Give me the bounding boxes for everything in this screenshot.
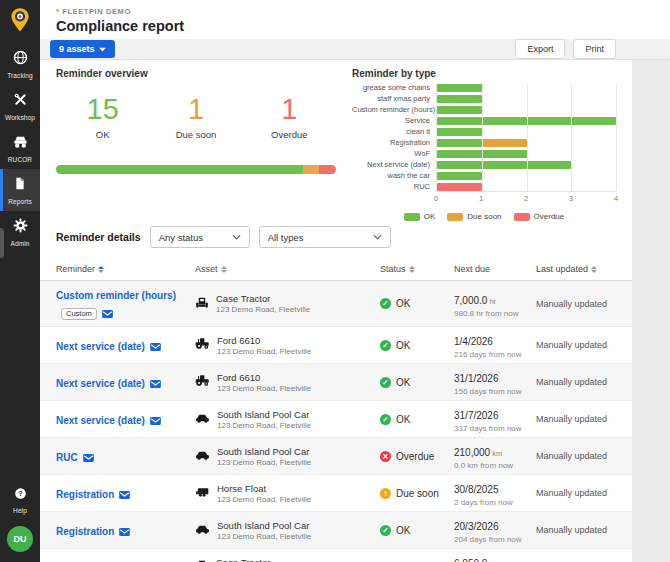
asset-address: 123 Demo Road, Fleetville	[217, 384, 311, 393]
asset-name: Ford 6610	[217, 335, 311, 346]
asset-name: Horse Float	[217, 483, 311, 494]
charts-row: Reminder overview 15 OK 1 Due soon	[40, 60, 632, 214]
next-due-sub: 156 days from now	[454, 387, 530, 396]
envelope-icon[interactable]	[83, 448, 94, 466]
bar-segment	[437, 161, 571, 169]
col-label: Status	[380, 264, 406, 274]
x-tick-label: 1	[479, 194, 483, 203]
stat-label: Overdue	[243, 129, 336, 140]
filters-label: Reminder details	[56, 231, 141, 243]
status-icon: ✓	[380, 414, 391, 425]
globe-icon	[13, 50, 28, 69]
assets-dropdown-button[interactable]: 9 assets	[50, 40, 115, 58]
col-header-last-updated[interactable]: Last updated	[536, 258, 632, 281]
col-header-next-due[interactable]: Next due	[454, 258, 536, 281]
sidebar-drawer-handle[interactable]	[0, 228, 4, 258]
chart-gridline	[527, 84, 528, 191]
export-button[interactable]: Export	[515, 39, 565, 59]
sidebar-item-tracking[interactable]: Tracking	[0, 43, 40, 85]
col-header-asset[interactable]: Asset	[195, 258, 380, 281]
x-tick-label: 4	[614, 194, 618, 203]
reminder-link[interactable]: Next service (date)	[56, 415, 145, 426]
asset-address: 123 Demo Road, Fleetville	[217, 421, 311, 430]
next-due-value: 1/4/2026	[454, 336, 493, 347]
envelope-icon[interactable]	[150, 411, 161, 429]
col-header-status[interactable]: Status	[380, 258, 454, 281]
chart-category-label: Next service (date)	[352, 161, 430, 169]
reminder-link[interactable]: Registration	[56, 526, 114, 537]
envelope-icon[interactable]	[119, 522, 130, 540]
vehicle-icon	[195, 336, 210, 354]
status-label: OK	[396, 377, 410, 388]
table-row: Next service (date) Ford 6610123 Demo Ro…	[40, 327, 632, 364]
sidebar-item-admin[interactable]: Admin	[0, 211, 40, 253]
sidebar-item-label: RUCOR	[8, 156, 32, 163]
chart-category-labels: grease some chainsstaff xmas partyCustom…	[352, 84, 436, 205]
sort-icon	[591, 266, 597, 274]
chart-category-label: staff xmas party	[352, 95, 430, 103]
x-tick-label: 2	[524, 194, 528, 203]
sidebar-item-help[interactable]: ? Help	[0, 479, 40, 520]
vehicle-icon	[195, 558, 209, 562]
table-row: Registration Horse Float123 Demo Road, F…	[40, 475, 632, 512]
last-updated: Manually updated	[536, 401, 632, 438]
asset-address: 123 Demo Road, Fleetville	[217, 532, 311, 541]
custom-badge: Custom	[61, 308, 97, 321]
col-label: Asset	[195, 264, 218, 274]
envelope-icon[interactable]	[97, 559, 108, 562]
sidebar-spacer	[0, 253, 40, 479]
chart-gridline	[571, 84, 572, 191]
status-filter-select[interactable]: Any status	[150, 226, 250, 248]
asset-address: 123 Demo Road, Fleetville	[217, 347, 311, 356]
next-due-value: 6,950.0	[454, 558, 487, 562]
chart-category-label: Service	[352, 117, 430, 125]
col-label: Reminder	[56, 264, 95, 274]
overview-stats: 15 OK 1 Due soon 1 Overdue	[56, 95, 336, 140]
table-row: Next service (date) South Island Pool Ca…	[40, 401, 632, 438]
asset-name: Case Tractor	[216, 557, 310, 562]
bar-segment	[437, 139, 482, 147]
stat-overdue: 1 Overdue	[243, 95, 336, 140]
legend-label: OK	[424, 212, 436, 221]
next-due-value: 210,000	[454, 447, 490, 458]
sidebar-item-workshop[interactable]: Workshop	[0, 85, 40, 127]
status-label: OK	[396, 525, 410, 536]
next-due-sub: 216 days from now	[454, 350, 530, 359]
reminder-link[interactable]: RUC	[56, 452, 78, 463]
sidebar-item-label: Tracking	[7, 72, 32, 79]
reminder-link[interactable]: Custom reminder (hours)	[56, 290, 176, 301]
breadcrumb: * FLEETPIN DEMO	[56, 7, 654, 16]
stat-value: 1	[149, 95, 242, 124]
sort-icon	[221, 266, 227, 274]
envelope-icon[interactable]	[119, 485, 130, 503]
status-filter-value: Any status	[159, 232, 203, 243]
status-icon: ✓	[380, 525, 391, 536]
status-label: OK	[396, 298, 410, 309]
bar-segment	[437, 183, 482, 191]
reminder-link[interactable]: Next service (date)	[56, 378, 145, 389]
sidebar-item-reports[interactable]: Reports	[0, 169, 40, 211]
chart-bars-area	[436, 84, 616, 192]
col-label: Next due	[454, 264, 490, 274]
chart-category-label: Registration	[352, 139, 430, 147]
envelope-icon[interactable]	[150, 337, 161, 355]
col-header-reminder[interactable]: Reminder	[40, 258, 195, 281]
type-filter-value: All types	[268, 232, 304, 243]
next-due-sub: 204 days from now	[454, 535, 530, 544]
sidebar-item-rucor[interactable]: RUCOR	[0, 127, 40, 169]
type-filter-select[interactable]: All types	[259, 226, 391, 248]
chart-category-label: clean it	[352, 128, 430, 136]
fleetpin-logo[interactable]	[0, 0, 40, 43]
gear-icon	[13, 218, 28, 237]
next-due-value: 31/7/2026	[454, 410, 499, 421]
print-button[interactable]: Print	[573, 39, 616, 59]
envelope-icon[interactable]	[102, 304, 113, 322]
reminder-link[interactable]: Registration	[56, 489, 114, 500]
chart-x-axis-ticks: 01234	[436, 194, 616, 205]
x-tick-label: 3	[569, 194, 573, 203]
col-label: Last updated	[536, 264, 588, 274]
user-avatar[interactable]: DU	[7, 526, 33, 552]
reminder-link[interactable]: Next service (date)	[56, 341, 145, 352]
envelope-icon[interactable]	[150, 374, 161, 392]
status-label: Due soon	[396, 488, 439, 499]
